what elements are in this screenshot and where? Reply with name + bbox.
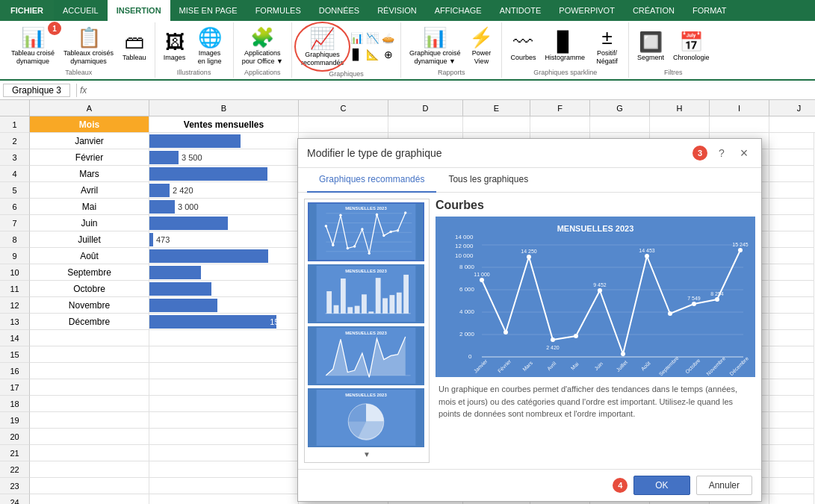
chart-thumb-1[interactable]: MENSUELLES 2023 xyxy=(308,202,424,261)
cell-j3[interactable] xyxy=(769,149,814,166)
cell-b12[interactable]: 8 254 xyxy=(149,297,299,314)
row-header-24[interactable]: 24 xyxy=(0,494,30,504)
empty-cell[interactable] xyxy=(769,461,814,478)
cell-d1[interactable] xyxy=(388,116,463,133)
row-header-15[interactable]: 15 xyxy=(0,346,30,363)
empty-cell[interactable] xyxy=(149,412,299,429)
cancel-button[interactable]: Annuler xyxy=(696,476,752,495)
col-header-e[interactable]: E xyxy=(463,100,530,116)
empty-cell[interactable] xyxy=(30,461,149,478)
graph-line-btn[interactable]: 📉 xyxy=(365,31,380,46)
col-header-g[interactable]: G xyxy=(590,100,650,116)
cell-b13[interactable]: 15 245 xyxy=(149,314,299,330)
cell-a13[interactable]: Décembre xyxy=(30,314,149,330)
tableaux-croises-btn[interactable]: 📋 Tableaux croisésdynamiques xyxy=(60,25,117,67)
empty-cell[interactable] xyxy=(149,346,299,363)
histogramme-btn[interactable]: ▊ Histogramme xyxy=(542,29,589,63)
empty-cell[interactable] xyxy=(30,379,149,396)
empty-cell[interactable] xyxy=(149,445,299,461)
col-header-j[interactable]: J xyxy=(769,100,815,116)
tab-powerpivot[interactable]: POWERPIVOT xyxy=(550,0,624,21)
cell-a5[interactable]: Avril xyxy=(30,182,149,199)
cell-a3[interactable]: Février xyxy=(30,149,149,166)
empty-cell[interactable] xyxy=(149,330,299,346)
cell-a2[interactable]: Janvier xyxy=(30,133,149,149)
empty-cell[interactable] xyxy=(769,429,814,445)
graph-more-btn[interactable]: ⊕ xyxy=(381,47,396,62)
cell-j12[interactable] xyxy=(769,297,814,314)
power-view-btn[interactable]: ⚡ PowerView xyxy=(465,25,497,67)
row-header-5[interactable]: 5 xyxy=(0,182,30,199)
cell-a9[interactable]: Août xyxy=(30,248,149,264)
applications-office-btn[interactable]: 🧩 Applicationspour Office ▼ xyxy=(238,25,287,67)
tab-formules[interactable]: FORMULES xyxy=(247,0,310,21)
empty-cell[interactable] xyxy=(769,379,814,396)
tab-antidote[interactable]: ANTIDOTE xyxy=(491,0,551,21)
graph-bar-btn[interactable]: ▊ xyxy=(350,47,365,62)
row-header-9[interactable]: 9 xyxy=(0,248,30,264)
cell-b8[interactable]: 473 xyxy=(149,231,299,248)
empty-cell[interactable] xyxy=(769,445,814,461)
tab-donnees[interactable]: DONNÉES xyxy=(310,0,368,21)
empty-cell[interactable] xyxy=(769,494,814,504)
col-header-i[interactable]: I xyxy=(710,100,769,116)
row-header-22[interactable]: 22 xyxy=(0,461,30,478)
row-header-19[interactable]: 19 xyxy=(0,412,30,429)
graph-area-btn[interactable]: 📐 xyxy=(365,47,380,62)
courbes-btn[interactable]: 〰 Courbes xyxy=(506,29,539,63)
scroll-down-arrow[interactable]: ▼ xyxy=(308,450,426,459)
cell-i1[interactable] xyxy=(710,116,769,133)
empty-cell[interactable] xyxy=(769,478,814,494)
row-header-10[interactable]: 10 xyxy=(0,264,30,281)
dialog-help-btn[interactable]: ? xyxy=(713,145,730,161)
col-header-a[interactable]: A xyxy=(30,100,149,116)
cell-b4[interactable]: 14 250 xyxy=(149,166,299,182)
cell-j9[interactable] xyxy=(769,248,814,264)
cell-a12[interactable]: Novembre xyxy=(30,297,149,314)
cell-b3[interactable]: 3 500 xyxy=(149,149,299,166)
empty-cell[interactable] xyxy=(149,494,299,504)
cell-b5[interactable]: 2 420 xyxy=(149,182,299,199)
empty-cell[interactable] xyxy=(30,330,149,346)
tableau-btn[interactable]: 🗃 Tableau xyxy=(119,29,150,63)
col-header-d[interactable]: D xyxy=(388,100,463,116)
tab-accueil[interactable]: ACCUEIL xyxy=(54,0,108,21)
empty-cell[interactable] xyxy=(769,412,814,429)
row-header-13[interactable]: 13 xyxy=(0,314,30,330)
dialog-close-btn[interactable]: × xyxy=(736,145,752,161)
tab-format[interactable]: FORMAT xyxy=(684,0,736,21)
chart-thumb-3[interactable]: MENSUELLES 2023 xyxy=(308,326,424,385)
row-header-6[interactable]: 6 xyxy=(0,199,30,215)
cell-a8[interactable]: Juillet xyxy=(30,231,149,248)
name-box[interactable] xyxy=(3,84,70,97)
positif-negatif-btn[interactable]: ± Positif/Négatif xyxy=(590,25,624,67)
row-header-11[interactable]: 11 xyxy=(0,281,30,297)
chart-thumb-4[interactable]: MENSUELLES 2023 xyxy=(308,388,424,447)
cell-c1[interactable] xyxy=(299,116,388,133)
cell-j2[interactable] xyxy=(769,133,814,149)
cell-h1[interactable] xyxy=(650,116,710,133)
empty-cell[interactable] xyxy=(30,478,149,494)
dialog-tab-recommandes[interactable]: Graphiques recommandés xyxy=(307,168,436,193)
empty-cell[interactable] xyxy=(769,346,814,363)
row-header-12[interactable]: 12 xyxy=(0,297,30,314)
cell-j6[interactable] xyxy=(769,199,814,215)
row-header-8[interactable]: 8 xyxy=(0,231,30,248)
empty-cell[interactable] xyxy=(769,396,814,412)
tab-mise-en-page[interactable]: MISE EN PAGE xyxy=(170,0,247,21)
formula-input[interactable] xyxy=(91,85,812,96)
cell-b9[interactable]: 14 453 xyxy=(149,248,299,264)
cell-b11[interactable]: 7 549 xyxy=(149,281,299,297)
cell-b1[interactable]: Ventes mensuelles xyxy=(149,116,299,133)
images-en-ligne-btn[interactable]: 🌐 Imagesen ligne xyxy=(191,25,229,67)
graphique-croise-btn[interactable]: 📊 Graphique croisédynamique ▼ xyxy=(406,25,465,67)
cell-j7[interactable] xyxy=(769,215,814,231)
cell-b6[interactable]: 3 000 xyxy=(149,199,299,215)
cell-a11[interactable]: Octobre xyxy=(30,281,149,297)
row-header-23[interactable]: 23 xyxy=(0,478,30,494)
row-header-17[interactable]: 17 xyxy=(0,379,30,396)
row-header-1[interactable]: 1 xyxy=(0,116,30,133)
tab-revision[interactable]: RÉVISION xyxy=(368,0,426,21)
col-header-c[interactable]: C xyxy=(299,100,388,116)
empty-cell[interactable] xyxy=(149,379,299,396)
